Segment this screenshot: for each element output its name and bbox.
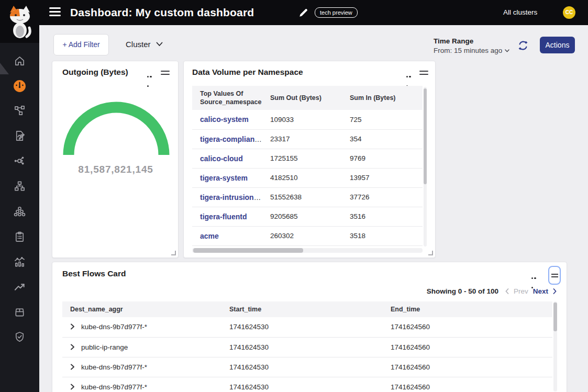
expand-row-chevron-icon[interactable] [70, 323, 75, 330]
sum-out-cell: 260302 [262, 226, 342, 245]
end-time-cell: 1741624560 [383, 337, 552, 357]
sum-in-cell: 37726 [342, 187, 423, 207]
storage-box-icon [14, 306, 26, 318]
column-header: End_time [383, 301, 552, 317]
table-row: public-ip-range17416245301741624560 [62, 337, 552, 357]
start-time-cell: 1741624530 [221, 337, 383, 357]
vertical-scrollbar[interactable] [553, 301, 557, 391]
vertical-scrollbar[interactable] [424, 87, 427, 247]
card-resize-handle[interactable] [171, 251, 176, 255]
sidebar-item-service-graph[interactable] [0, 99, 39, 122]
sitemap-icon [14, 180, 26, 192]
sidebar-item-trends[interactable] [0, 275, 39, 298]
sum-out-cell: 51552638 [262, 187, 342, 207]
time-range-selector[interactable]: From: 15 minutes ago [434, 47, 509, 54]
namespace-cell: tigera-system [192, 168, 262, 187]
namespace-link[interactable]: tigera-fluentd [200, 212, 247, 221]
sidebar-item-analytics[interactable] [0, 250, 39, 273]
table-row: kube-dns-9b7d977f-*17416245301741624560 [62, 357, 552, 377]
column-header: Sum In (Bytes) [342, 86, 423, 110]
edit-pencil-icon[interactable] [298, 7, 309, 18]
expand-row-chevron-icon[interactable] [70, 344, 75, 350]
sidebar-item-compliance[interactable] [0, 225, 39, 248]
workloads-cluster-icon [14, 206, 26, 218]
dest-name-cell: kube-dns-9b7d977f-* [62, 377, 221, 392]
sidebar-item-dashboards[interactable] [0, 74, 39, 97]
gauge-chart [58, 96, 174, 159]
calico-cat-logo-icon [6, 4, 34, 39]
horizontal-scrollbar[interactable] [192, 248, 423, 253]
add-filter-button[interactable]: + Add Filter [53, 34, 109, 55]
policies-document-icon [14, 130, 26, 142]
start-time-cell: 1741624530 [221, 377, 383, 392]
refresh-icon[interactable] [517, 39, 529, 52]
card-options-icon[interactable] [531, 273, 540, 276]
prev-page-button[interactable]: Prev [514, 287, 528, 295]
sidebar-item-sitemap[interactable] [0, 174, 39, 197]
sum-out-cell: 9205685 [262, 207, 342, 226]
chevron-right-icon[interactable] [553, 288, 557, 294]
sidebar-item-network-hub[interactable] [0, 149, 39, 172]
sidebar-item-home[interactable] [0, 49, 39, 72]
sidebar-item-workloads[interactable] [0, 200, 39, 223]
namespace-link[interactable]: tigera-compliance [200, 135, 262, 143]
card-title: Data Volume per Namespace [192, 68, 303, 77]
activity-chart-icon [14, 256, 26, 268]
column-header: Sum Out (Bytes) [262, 86, 342, 110]
card-options-icon[interactable] [406, 72, 415, 75]
expand-row-chevron-icon[interactable] [70, 384, 75, 390]
time-range-label: Time Range [434, 37, 473, 45]
card-title: Outgoing (Bytes) [62, 68, 128, 77]
namespace-cell: calico-system [192, 110, 262, 129]
namespace-link[interactable]: acme [200, 232, 219, 240]
card-options-icon[interactable] [147, 72, 156, 75]
trend-up-icon [14, 281, 26, 293]
cluster-dropdown-label: Cluster [126, 40, 151, 49]
table-header-row: Top Values Of Source_namespace Sum Out (… [192, 86, 423, 110]
sum-out-cell: 109033 [262, 110, 342, 129]
namespace-link[interactable]: calico-cloud [200, 154, 243, 163]
page-title: Dashboard: My custom dashboard [70, 0, 254, 25]
sidebar-item-policies[interactable] [0, 124, 39, 147]
data-volume-table: Top Values Of Source_namespace Sum Out (… [192, 86, 423, 246]
sum-in-cell: 3518 [342, 226, 423, 245]
card-drag-handle-icon[interactable] [161, 71, 170, 77]
card-resize-handle[interactable] [428, 251, 433, 255]
sum-out-cell: 23317 [262, 129, 342, 149]
sum-in-cell: 725 [342, 110, 423, 129]
namespace-link[interactable]: tigera-system [200, 174, 248, 182]
card-drag-handle-focused[interactable] [548, 266, 561, 285]
user-avatar[interactable]: CC [563, 6, 575, 19]
best-flows-table: Dest_name_aggr Start_time End_time kube-… [62, 301, 552, 392]
table-row: tigera-intrusion-d…5155263837726 [192, 187, 423, 207]
card-drag-handle-icon[interactable] [419, 71, 428, 77]
namespace-cell: acme [192, 226, 262, 245]
dashboards-gauge-icon [13, 80, 26, 93]
gauge-value: 81,587,821,145 [52, 164, 179, 175]
chevron-down-icon [505, 49, 509, 52]
table-row: tigera-system418251013957 [192, 168, 423, 187]
namespace-cell: tigera-intrusion-d… [192, 187, 262, 207]
sidebar-item-storage[interactable] [0, 300, 39, 323]
table-row: tigera-compliance23317354 [192, 129, 423, 149]
dest-name: kube-dns-9b7d977f-* [81, 323, 147, 331]
sidebar-item-security[interactable] [0, 325, 39, 348]
app-logo[interactable] [0, 0, 39, 43]
actions-button[interactable]: Actions [540, 37, 575, 53]
app-root: Dashboard: My custom dashboard tech prev… [0, 0, 588, 392]
column-header: Dest_name_aggr [62, 301, 221, 317]
home-icon [14, 55, 26, 67]
dest-name-cell: kube-dns-9b7d977f-* [62, 357, 221, 377]
chevron-left-icon [505, 288, 509, 294]
cluster-dropdown[interactable]: Cluster [126, 40, 163, 49]
namespace-link[interactable]: tigera-intrusion-d… [200, 193, 262, 201]
expand-row-chevron-icon[interactable] [70, 364, 75, 370]
hamburger-menu-icon[interactable] [49, 7, 61, 18]
namespace-link[interactable]: calico-system [200, 115, 249, 124]
pagination: Showing 0 - 50 of 100 Prev Next [427, 287, 557, 295]
table-row: kube-dns-9b7d977f-*17416245301741624560 [62, 317, 552, 337]
sum-in-cell: 9769 [342, 149, 423, 168]
next-page-button[interactable]: Next [533, 287, 548, 295]
cluster-scope-selector[interactable]: All clusters [503, 0, 537, 25]
chevron-down-icon [156, 42, 163, 47]
